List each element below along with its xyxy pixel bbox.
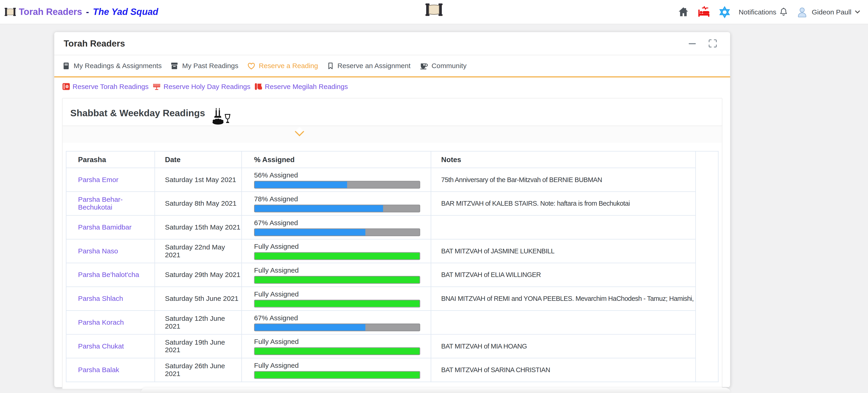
- notifications-button[interactable]: Notifications: [739, 7, 788, 17]
- minimize-icon[interactable]: [689, 42, 696, 45]
- table-header-row: Parasha Date % Assigned Notes: [66, 151, 695, 168]
- brand-link[interactable]: Torah Readers - The Yad Squad: [0, 7, 158, 17]
- table-row: Parsha Shlach Saturday 5th June 2021 Ful…: [66, 287, 695, 311]
- readings-table-wrap: Parasha Date % Assigned Notes Parsha Emo…: [63, 142, 722, 389]
- shabbat-candles-icon: [211, 107, 232, 126]
- reading-notes: BAT MITZVAH of JASMINE LUKENBILL: [431, 239, 695, 263]
- reading-notes: BAT MITZVAH of SARINA CHRISTIAN: [431, 358, 695, 382]
- progress-bar: [254, 275, 420, 284]
- tab-label: Reserve an Assignment: [337, 62, 410, 70]
- progress-bar: [254, 371, 420, 379]
- tab-my-readings-assignments[interactable]: My Readings & Assignments: [62, 61, 162, 70]
- reading-notes: 75th Anniversary of the Bar-Mitzvah of B…: [431, 168, 695, 192]
- subnav-label: Reserve Holy Day Readings: [163, 83, 250, 91]
- reading-date: Saturday 15th May 2021: [155, 215, 242, 239]
- column-header-date: Date: [155, 151, 242, 168]
- progress-fill: [255, 276, 420, 283]
- table-row: Parsha Balak Saturday 26th June 2021 Ful…: [66, 358, 695, 382]
- reading-date: Saturday 8th May 2021: [155, 192, 242, 216]
- tab-label: My Past Readings: [182, 62, 239, 70]
- book-icon: [62, 61, 70, 70]
- progress-bar: [254, 252, 420, 260]
- table-row: Parsha Bamidbar Saturday 15th May 2021 6…: [66, 215, 695, 239]
- reading-notes: [431, 310, 695, 334]
- tab-label: My Readings & Assignments: [74, 62, 162, 70]
- panel-header: Shabbat & Weekday Readings: [63, 98, 722, 126]
- progress-fill: [255, 371, 420, 378]
- expand-icon[interactable]: [709, 39, 717, 47]
- progress-fill: [255, 181, 347, 188]
- table-row: Parsha Behar-Bechukotai Saturday 8th May…: [66, 192, 695, 216]
- assigned-label: 67% Assigned: [254, 219, 431, 227]
- tab-label: Reserve a Reading: [259, 62, 318, 70]
- parasha-link[interactable]: Parsha Chukat: [78, 342, 124, 350]
- star-of-david-icon[interactable]: [719, 6, 731, 18]
- next-widget-edge: [141, 388, 731, 393]
- table-row: Parsha Emor Saturday 1st May 2021 56% As…: [66, 168, 695, 192]
- panel-toolbar-strip: [63, 126, 722, 142]
- parasha-link[interactable]: Parsha Bamidbar: [78, 223, 131, 231]
- brand-subtitle: The Yad Squad: [93, 7, 158, 17]
- readings-table: Parasha Date % Assigned Notes Parsha Emo…: [66, 151, 696, 382]
- reading-notes: BAT MITZVAH of MIA HOANG: [431, 334, 695, 358]
- link-reserve-megilah-readings[interactable]: Reserve Megilah Readings: [254, 82, 348, 91]
- reading-date: Saturday 29th May 2021: [155, 263, 242, 287]
- widget-header: Torah Readers: [54, 32, 730, 55]
- progress-bar: [254, 181, 420, 189]
- parasha-link[interactable]: Parsha Emor: [78, 176, 118, 184]
- table-row: Parsha Naso Saturday 22nd May 2021 Fully…: [66, 239, 695, 263]
- reading-date: Saturday 19th June 2021: [155, 334, 242, 358]
- bookmark-icon: [327, 61, 334, 70]
- column-header-notes: Notes: [431, 151, 695, 168]
- reading-notes: BAR MITZVAH of KALEB STAIRS. Note: hafta…: [431, 192, 695, 216]
- assigned-label: Fully Assigned: [254, 361, 431, 369]
- avatar: [796, 6, 808, 18]
- home-icon[interactable]: [678, 6, 689, 18]
- page-background: Torah Readers: [0, 24, 868, 393]
- torah-scroll-icon: [4, 7, 16, 17]
- progress-bar: [254, 323, 420, 331]
- center-scroll-icon: [425, 3, 443, 17]
- user-menu[interactable]: Gideon Paull: [796, 6, 860, 18]
- parasha-link[interactable]: Parsha Behar-Bechukotai: [78, 196, 123, 211]
- assigned-label: Fully Assigned: [254, 290, 431, 298]
- reading-date: Saturday 1st May 2021: [155, 168, 242, 192]
- progress-bar: [254, 347, 420, 355]
- user-name: Gideon Paull: [812, 8, 851, 16]
- notifications-label: Notifications: [739, 8, 776, 16]
- tab-reserve-an-assignment[interactable]: Reserve an Assignment: [327, 61, 411, 70]
- progress-fill: [255, 253, 420, 259]
- progress-bar: [254, 299, 420, 307]
- link-reserve-torah-readings[interactable]: Reserve Torah Readings: [62, 82, 149, 91]
- reserve-subnav: Reserve Torah Readings Reserve Holy Day …: [54, 77, 730, 95]
- table-row: Parsha Chukat Saturday 19th June 2021 Fu…: [66, 334, 695, 358]
- tab-my-past-readings[interactable]: My Past Readings: [170, 61, 239, 70]
- assigned-label: 67% Assigned: [254, 314, 431, 322]
- table-spacer-column: [696, 151, 719, 382]
- patient-bed-icon[interactable]: [697, 5, 711, 18]
- tab-bar: My Readings & Assignments My Past Readin…: [54, 55, 730, 77]
- navbar-right: Notifications Gideon Paull: [678, 5, 868, 18]
- assigned-label: Fully Assigned: [254, 242, 431, 251]
- table-row: Parsha Korach Saturday 12th June 2021 67…: [66, 310, 695, 334]
- assigned-label: Fully Assigned: [254, 266, 431, 274]
- shabbat-weekday-panel: Shabbat & Weekday Readings: [62, 98, 722, 389]
- torah-readers-widget: Torah Readers: [54, 32, 730, 387]
- parasha-link[interactable]: Parsha Balak: [78, 366, 119, 374]
- brand-separator: -: [85, 7, 90, 17]
- tab-community[interactable]: Community: [419, 61, 467, 70]
- reading-date: Saturday 22nd May 2021: [155, 239, 242, 263]
- assigned-label: Fully Assigned: [254, 338, 431, 346]
- parasha-link[interactable]: Parsha Be'halot'cha: [78, 271, 139, 279]
- subnav-label: Reserve Torah Readings: [72, 83, 149, 91]
- brand-title: Torah Readers: [19, 7, 82, 17]
- assigned-label: 56% Assigned: [254, 171, 431, 179]
- tab-reserve-a-reading[interactable]: Reserve a Reading: [247, 62, 318, 70]
- parasha-link[interactable]: Parsha Naso: [78, 247, 118, 255]
- parasha-link[interactable]: Parsha Korach: [78, 319, 124, 326]
- parasha-link[interactable]: Parsha Shlach: [78, 295, 123, 303]
- torah-icon: [62, 82, 70, 91]
- progress-fill: [255, 300, 420, 307]
- progress-fill: [255, 229, 365, 235]
- link-reserve-holy-day-readings[interactable]: Reserve Holy Day Readings: [152, 82, 250, 91]
